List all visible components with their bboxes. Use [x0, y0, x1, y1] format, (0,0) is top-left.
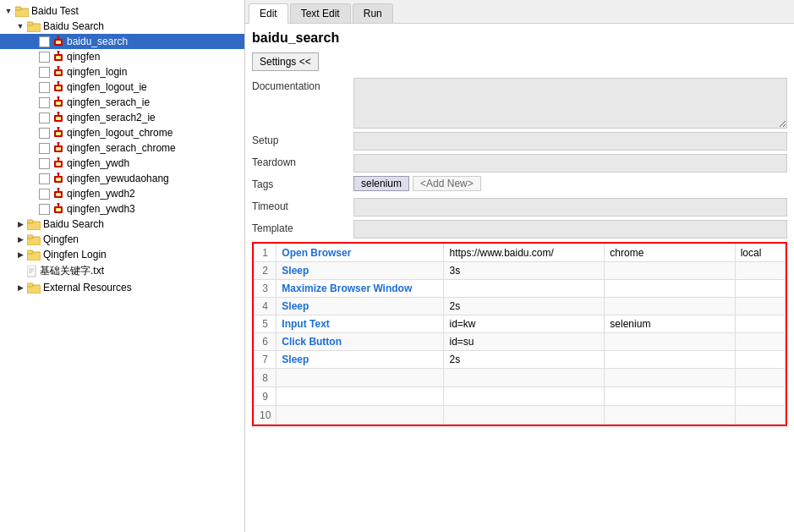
svg-rect-25 [56, 117, 61, 120]
keyword-cell[interactable]: Input Text [277, 315, 444, 333]
arg1-cell[interactable] [444, 387, 605, 406]
keyword-cell[interactable]: Sleep [277, 298, 444, 315]
arg3-cell[interactable] [735, 406, 785, 425]
svg-rect-57 [27, 250, 33, 254]
tree-item-baidu-search-2[interactable]: ▶Baidu Search [0, 217, 244, 232]
arg3-cell[interactable] [735, 280, 785, 298]
tree-item-external-resources[interactable]: ▶External Resources [0, 280, 244, 295]
teardown-input[interactable] [353, 154, 787, 173]
arg1-cell[interactable]: 3s [444, 262, 605, 280]
arg2-cell[interactable] [605, 387, 735, 406]
keyword-cell[interactable]: Open Browser [277, 244, 444, 262]
steps-container: 1Open Browserhttps://www.baidu.com/chrom… [252, 242, 787, 426]
expand-icon [27, 189, 37, 199]
tree-item-qingfen-ywdh[interactable]: qingfen_ywdh [0, 156, 244, 171]
tree-item-qingfen-serach-chrome[interactable]: qingfen_serach_chrome [0, 140, 244, 156]
arg1-cell[interactable] [444, 280, 605, 298]
checkbox[interactable] [39, 82, 50, 93]
arg1-cell[interactable] [444, 406, 605, 425]
checkbox[interactable] [39, 158, 50, 169]
arg3-cell[interactable] [735, 298, 785, 315]
row-number: 2 [255, 262, 277, 280]
checkbox[interactable] [39, 143, 50, 154]
checkbox[interactable] [39, 97, 50, 108]
keyword-cell[interactable]: Maximize Browser Window [277, 280, 444, 298]
page-title: baidu_search [252, 30, 787, 46]
checkbox[interactable] [39, 128, 50, 139]
tree-item-qingfen-yewudaohang[interactable]: qingfen_yewudaohang [0, 171, 244, 186]
arg2-cell[interactable] [605, 280, 735, 298]
tree-item-baidu-search-kw[interactable]: baidu_search [0, 34, 244, 49]
timeout-input[interactable] [353, 198, 787, 217]
robot-icon [52, 188, 64, 200]
checkbox[interactable] [39, 204, 50, 215]
expand-icon [27, 82, 37, 92]
arg2-cell[interactable] [605, 369, 735, 387]
tag-selenium[interactable]: selenium [353, 176, 409, 191]
setup-input[interactable] [353, 132, 787, 151]
checkbox[interactable] [39, 67, 50, 78]
svg-rect-37 [56, 162, 61, 166]
keyword-cell[interactable] [277, 387, 444, 406]
keyword-cell[interactable]: Sleep [277, 351, 444, 369]
tree-item-qingfen-logout-chrome[interactable]: qingfen_logout_chrome [0, 125, 244, 140]
content-area: baidu_search Settings << Documentation S… [245, 24, 794, 532]
expand-icon: ▶ [15, 234, 25, 244]
tree-item-qingfen-logout-ie[interactable]: qingfen_logout_ie [0, 80, 244, 95]
table-row: 2Sleep3s [255, 262, 786, 280]
table-row: 1Open Browserhttps://www.baidu.com/chrom… [255, 244, 786, 262]
checkbox[interactable] [39, 112, 50, 123]
checkbox[interactable] [39, 173, 50, 184]
tree-item-qingfen-login[interactable]: qingfen_login [0, 64, 244, 80]
checkbox[interactable] [39, 36, 50, 47]
arg3-cell[interactable] [735, 333, 785, 351]
arg2-cell[interactable] [605, 298, 735, 315]
tree-item-qingfen[interactable]: qingfen [0, 49, 244, 64]
tab-text-edit[interactable]: Text Edit [290, 3, 351, 23]
svg-point-31 [57, 127, 60, 129]
arg1-cell[interactable]: 2s [444, 298, 605, 315]
arg2-cell[interactable] [605, 351, 735, 369]
tab-run[interactable]: Run [353, 3, 393, 23]
arg1-cell[interactable]: id=kw [444, 315, 605, 333]
keyword-cell[interactable]: Click Button [277, 333, 444, 351]
keyword-cell[interactable]: Sleep [277, 262, 444, 280]
arg3-cell[interactable] [735, 262, 785, 280]
setup-label: Setup [252, 132, 353, 146]
keyword-cell[interactable] [277, 406, 444, 425]
tree-item-qingfen-serach-ie[interactable]: qingfen_serach_ie [0, 95, 244, 110]
arg3-cell[interactable]: local [735, 244, 785, 262]
tree-item-label: External Resources [43, 282, 132, 293]
arg3-cell[interactable] [735, 351, 785, 369]
arg2-cell[interactable]: chrome [605, 244, 735, 262]
robot-icon [52, 157, 64, 169]
documentation-input[interactable] [353, 78, 787, 129]
arg3-cell[interactable] [735, 387, 785, 406]
tree-item-jichu-txt[interactable]: 基础关键字.txt [0, 262, 244, 280]
arg1-cell[interactable]: id=su [444, 333, 605, 351]
arg3-cell[interactable] [735, 369, 785, 387]
keyword-cell[interactable] [277, 369, 444, 387]
tree-item-baidu-test[interactable]: ▼Baidu Test [0, 3, 244, 19]
tree-item-baidu-search-folder[interactable]: ▼Baidu Search [0, 19, 244, 34]
arg2-cell[interactable] [605, 406, 735, 425]
arg3-cell[interactable] [735, 315, 785, 333]
settings-button[interactable]: Settings << [252, 52, 319, 71]
tree-item-qingfen-ywdh3[interactable]: qingfen_ywdh3 [0, 201, 244, 217]
tree-item-qingfen-serach2-ie[interactable]: qingfen_serach2_ie [0, 110, 244, 125]
tree-item-qingfen-login-folder[interactable]: ▶Qingfen Login [0, 247, 244, 262]
tab-edit[interactable]: Edit [249, 3, 288, 24]
svg-point-19 [57, 81, 60, 84]
arg1-cell[interactable]: 2s [444, 351, 605, 369]
tree-item-qingfen-folder[interactable]: ▶Qingfen [0, 232, 244, 247]
arg2-cell[interactable] [605, 262, 735, 280]
arg2-cell[interactable] [605, 333, 735, 351]
tree-item-qingfen-ywdh2[interactable]: qingfen_ywdh2 [0, 186, 244, 201]
add-tag-button[interactable]: <Add New> [413, 176, 481, 191]
arg1-cell[interactable]: https://www.baidu.com/ [444, 244, 605, 262]
arg2-cell[interactable]: selenium [605, 315, 735, 333]
arg1-cell[interactable] [444, 369, 605, 387]
template-input[interactable] [353, 220, 787, 239]
checkbox[interactable] [39, 189, 50, 200]
checkbox[interactable] [39, 52, 50, 63]
